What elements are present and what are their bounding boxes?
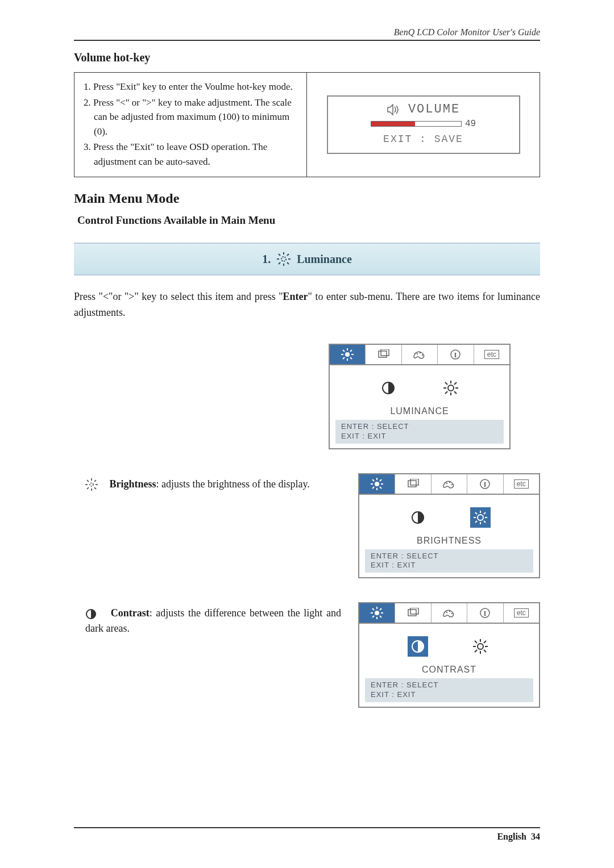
banner-number: 1. [262, 253, 271, 266]
svg-line-51 [380, 479, 381, 481]
svg-point-0 [281, 257, 286, 261]
brightness-icon [470, 636, 491, 657]
main-menu-title: Main Menu Mode [74, 191, 540, 206]
brightness-icon [85, 478, 97, 491]
svg-text:I: I [484, 480, 487, 489]
tab-info-icon: I [467, 603, 503, 623]
svg-line-50 [380, 487, 381, 489]
svg-line-41 [94, 487, 96, 489]
osd-footer-exit: EXIT : EXIT [371, 690, 528, 700]
svg-text:I: I [454, 350, 457, 359]
svg-line-16 [350, 350, 352, 352]
luminance-intro: Press "<"or ">" key to select this item … [74, 289, 540, 321]
volume-steps: 1. Press "Exit" key to enter the Voulme … [74, 73, 307, 177]
tab-etc: etc [474, 345, 509, 364]
luminance-icon [276, 252, 291, 266]
volume-value: 49 [465, 119, 476, 129]
svg-point-61 [478, 515, 483, 520]
svg-line-17 [343, 357, 345, 359]
svg-point-84 [451, 613, 453, 614]
speaker-icon [387, 104, 403, 115]
svg-line-94 [484, 650, 486, 652]
svg-line-68 [484, 512, 486, 514]
svg-point-22 [422, 354, 423, 356]
svg-rect-53 [408, 481, 416, 487]
svg-point-83 [449, 611, 450, 612]
volume-step-2: 2. Press "<" or ">" key to make adjustme… [84, 95, 297, 139]
svg-point-35 [90, 483, 93, 486]
svg-line-95 [484, 641, 486, 643]
svg-point-71 [375, 611, 379, 615]
osd-footer-enter: ENTER : SELECT [341, 422, 498, 432]
svg-point-26 [448, 385, 454, 391]
volume-hotkey-title: Volume hot-key [74, 51, 540, 64]
tab-info-icon: I [438, 345, 474, 364]
tab-geometry-icon [395, 474, 431, 494]
brightness-text: Brightness: adjusts the brightness of th… [74, 473, 341, 492]
tab-color-icon [432, 603, 467, 623]
svg-point-9 [345, 352, 350, 357]
svg-rect-54 [410, 479, 418, 485]
contrast-icon [378, 378, 399, 398]
svg-line-15 [350, 357, 352, 359]
osd-brightness-label: BRIGHTNESS [365, 536, 533, 546]
svg-point-57 [451, 483, 453, 485]
svg-rect-18 [379, 351, 387, 357]
svg-line-76 [372, 608, 374, 610]
svg-line-6 [287, 262, 289, 264]
svg-line-78 [380, 608, 381, 610]
svg-line-33 [454, 382, 457, 385]
svg-line-77 [380, 616, 381, 617]
svg-line-67 [484, 521, 486, 523]
osd-contrast-label: CONTRAST [365, 665, 533, 675]
tab-luminance-icon [330, 345, 366, 364]
svg-point-55 [446, 482, 447, 483]
tab-geometry-icon [366, 345, 401, 364]
tab-color-icon [402, 345, 438, 364]
osd-footer-exit: EXIT : EXIT [341, 432, 498, 441]
volume-bar [371, 121, 462, 127]
tab-luminance-icon [359, 474, 395, 494]
tab-etc: etc [504, 603, 539, 623]
tab-info-icon: I [467, 474, 503, 494]
osd-brightness-panel: I etc BRIGHTNESS ENTER : SELECT EXIT : E… [358, 473, 540, 579]
svg-point-21 [420, 352, 421, 353]
svg-line-40 [87, 480, 89, 482]
volume-osd-preview: VOLUME 49 EXIT : SAVE [307, 73, 540, 177]
svg-point-56 [449, 481, 450, 482]
svg-line-69 [475, 521, 477, 523]
osd-footer-exit: EXIT : EXIT [371, 561, 528, 570]
svg-line-52 [372, 487, 374, 489]
luminance-banner: 1. Luminance [74, 243, 540, 276]
svg-point-88 [478, 644, 483, 649]
svg-line-32 [454, 391, 457, 394]
volume-step-1: 1. Press "Exit" key to enter the Voulme … [84, 80, 297, 94]
osd-footer-enter: ENTER : SELECT [371, 552, 528, 561]
contrast-icon [408, 636, 428, 657]
contrast-text: Contrast: adjusts the difference between… [74, 602, 341, 636]
page-footer: English 34 [74, 827, 540, 842]
volume-box: 1. Press "Exit" key to enter the Voulme … [74, 72, 540, 177]
svg-rect-19 [381, 349, 389, 356]
svg-rect-81 [410, 608, 418, 614]
page-header: BenQ LCD Color Monitor User's Guide [74, 27, 540, 41]
brightness-icon [470, 507, 491, 528]
brightness-icon [441, 378, 461, 398]
volume-step-3: 3. Press the "Exit" to leave OSD operati… [84, 140, 297, 169]
svg-rect-80 [408, 610, 416, 616]
svg-line-43 [87, 487, 89, 489]
svg-line-93 [475, 641, 477, 643]
svg-line-14 [343, 350, 345, 352]
osd-footer-enter: ENTER : SELECT [371, 681, 528, 690]
volume-osd-label: VOLUME [408, 102, 460, 116]
svg-line-49 [372, 479, 374, 481]
osd-contrast-panel: I etc CONTRAST ENTER : SELECT EXIT : EXI… [358, 602, 540, 708]
svg-point-20 [417, 353, 418, 354]
svg-point-82 [446, 612, 447, 613]
svg-text:I: I [484, 609, 487, 617]
svg-line-79 [372, 616, 374, 617]
svg-line-42 [94, 480, 96, 482]
tab-etc: etc [504, 474, 539, 494]
svg-line-66 [475, 512, 477, 514]
tab-color-icon [432, 474, 467, 494]
